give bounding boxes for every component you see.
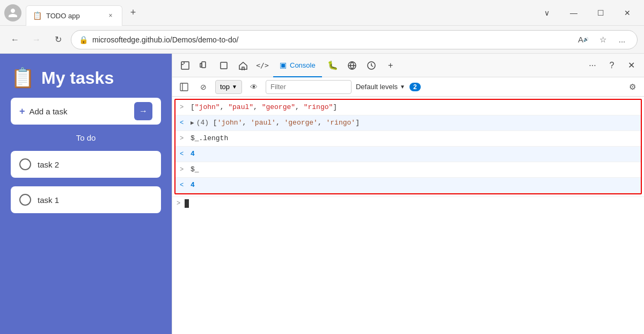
elements-button[interactable]	[215, 57, 232, 74]
devtools-panel: </> ▣ Console 🐛 + ··· ? ✕	[172, 54, 644, 334]
nav-bar: ← → ↻ 🔒 microsoftedge.github.io/Demos/de…	[0, 26, 644, 54]
console-cursor	[185, 199, 189, 208]
new-tab-button[interactable]: +	[125, 4, 142, 21]
error-count-badge: 2	[409, 83, 421, 91]
tab-favicon: 📋	[33, 11, 42, 20]
address-text: microsoftedge.github.io/Demos/demo-to-do…	[92, 35, 572, 44]
console-line-3: > $_.length	[175, 131, 641, 147]
favorite-button[interactable]: ☆	[595, 32, 610, 47]
add-task-bar: + Add a task →	[11, 98, 161, 125]
eye-button[interactable]: 👁	[246, 79, 261, 95]
tab-bar: 📋 TODO app × +	[26, 0, 535, 25]
console-tab-icon: ▣	[280, 61, 287, 69]
input-arrow-3: >	[180, 133, 191, 144]
help-button[interactable]: ?	[603, 57, 620, 74]
title-bar: 📋 TODO app × + ∨ — ☐ ✕	[0, 0, 644, 26]
window-controls: ∨ — ☐ ✕	[535, 4, 640, 21]
user-avatar	[4, 4, 21, 21]
level-label: Default levels	[356, 83, 398, 91]
console-content-3: $_.length	[191, 133, 636, 144]
lock-icon: 🔒	[79, 35, 88, 44]
tab-console[interactable]: ▣ Console	[273, 54, 322, 77]
play-icon-2[interactable]: ▶	[191, 117, 194, 129]
todo-section-label: To do	[11, 133, 161, 142]
console-content-6: 4	[191, 179, 636, 191]
read-aloud-button[interactable]: A🔊	[576, 32, 591, 47]
forward-button[interactable]: →	[28, 31, 45, 48]
back-button[interactable]: ←	[6, 31, 24, 48]
svg-rect-2	[200, 63, 202, 67]
output-arrow-2: <	[180, 117, 191, 129]
devtools-close-button[interactable]: ✕	[623, 57, 640, 74]
content-area: 📋 My tasks + Add a task → To do task 2 t…	[0, 54, 644, 334]
clear-console-button[interactable]: ⊘	[196, 79, 211, 95]
svg-rect-1	[202, 62, 206, 68]
console-content-2: (4) ['john', 'paul', 'george', 'ringo']	[196, 117, 636, 129]
minimize-button[interactable]: —	[561, 4, 586, 21]
network-button[interactable]	[343, 57, 361, 74]
filter-input[interactable]	[266, 80, 352, 94]
context-dropdown-icon: ▼	[232, 84, 237, 90]
more-tools-button[interactable]: ···	[584, 57, 601, 74]
level-selector[interactable]: Default levels ▼	[356, 83, 405, 91]
browser-window: 📋 TODO app × + ∨ — ☐ ✕ ← → ↻ 🔒 microsoft…	[0, 0, 644, 334]
console-highlighted-section: > ["john", "paul", "george", "ringo"] < …	[174, 99, 642, 194]
console-content-4: 4	[191, 148, 636, 160]
task-item-1[interactable]: task 1	[11, 186, 161, 213]
home-button[interactable]	[235, 57, 252, 74]
app-title: My tasks	[41, 68, 114, 88]
add-panel-button[interactable]: +	[382, 57, 399, 74]
console-line-1: > ["john", "paul", "george", "ringo"]	[175, 100, 641, 115]
app-header: 📋 My tasks	[11, 67, 161, 89]
console-toolbar: ⊘ top ▼ 👁 Default levels ▼ 2 ⚙	[172, 77, 644, 97]
browser-tab-todo[interactable]: 📋 TODO app ×	[26, 5, 122, 26]
task-text-1: task 1	[38, 195, 59, 205]
context-label: top	[220, 83, 230, 91]
more-button[interactable]: ...	[614, 32, 630, 47]
console-line-6: < 4	[175, 178, 641, 193]
source-button[interactable]: </>	[254, 57, 271, 74]
add-task-plus-icon: +	[19, 106, 25, 117]
svg-rect-0	[181, 62, 189, 69]
console-line-5: > $_	[175, 162, 641, 178]
output-arrow-4: <	[180, 148, 191, 160]
chevron-button[interactable]: ∨	[535, 4, 559, 21]
task-checkbox-1[interactable]	[19, 194, 31, 206]
tab-close-button[interactable]: ×	[106, 11, 115, 20]
devtools-toolbar: </> ▣ Console 🐛 + ··· ? ✕	[172, 54, 644, 77]
input-arrow-1: >	[180, 101, 191, 113]
app-icon: 📋	[11, 67, 35, 89]
console-line-4: < 4	[175, 147, 641, 162]
input-arrow-5: >	[180, 164, 191, 176]
inspect-element-button[interactable]	[177, 57, 194, 74]
console-line-2: < ▶ (4) ['john', 'paul', 'george', 'ring…	[175, 115, 641, 131]
output-arrow-6: <	[180, 179, 191, 191]
console-input-arrow: >	[177, 200, 180, 207]
add-task-label: Add a task	[30, 107, 130, 116]
task-checkbox-2[interactable]	[19, 158, 31, 170]
add-task-button[interactable]: →	[134, 102, 152, 120]
console-settings-button[interactable]: ⚙	[625, 79, 640, 95]
refresh-button[interactable]: ↻	[49, 31, 67, 48]
console-tab-label: Console	[290, 61, 316, 69]
console-output: > ["john", "paul", "george", "ringo"] < …	[172, 97, 644, 334]
svg-rect-3	[221, 62, 227, 69]
context-selector[interactable]: top ▼	[215, 80, 242, 94]
device-emulation-button[interactable]	[196, 57, 213, 74]
console-content-1: ["john", "paul", "george", "ringo"]	[191, 101, 636, 113]
task-text-2: task 2	[38, 160, 59, 169]
tab-title: TODO app	[46, 12, 101, 20]
task-item-2[interactable]: task 2	[11, 151, 161, 178]
bug-button[interactable]: 🐛	[324, 57, 341, 74]
svg-rect-5	[180, 83, 188, 91]
console-input-line[interactable]: >	[172, 197, 644, 210]
app-sidebar: 📋 My tasks + Add a task → To do task 2 t…	[0, 54, 172, 334]
close-button[interactable]: ✕	[615, 4, 640, 21]
console-content-5: $_	[191, 164, 636, 176]
performance-button[interactable]	[363, 57, 380, 74]
restore-button[interactable]: ☐	[588, 4, 613, 21]
console-sidebar-toggle[interactable]	[177, 79, 192, 95]
address-actions: A🔊 ☆ ...	[576, 32, 630, 47]
level-dropdown-icon: ▼	[400, 84, 405, 90]
address-bar[interactable]: 🔒 microsoftedge.github.io/Demos/demo-to-…	[71, 30, 638, 49]
